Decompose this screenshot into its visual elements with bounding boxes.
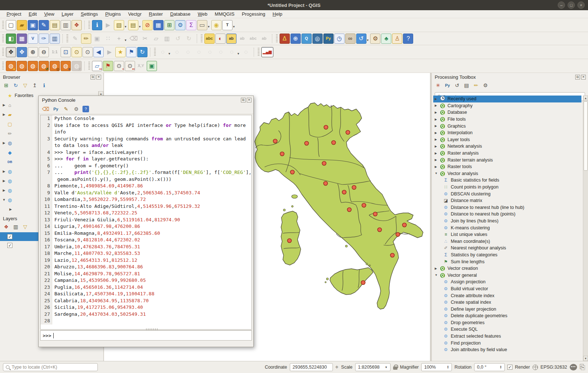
mmqgis-export-icon[interactable]: ◍↑ — [28, 61, 38, 71]
menu-plugins[interactable]: Plugins — [101, 11, 124, 18]
chevron-right-icon[interactable]: ▶ — [1, 103, 7, 107]
new-project-icon[interactable]: ▢ — [6, 20, 16, 30]
chevron-right-icon[interactable]: ▶ — [1, 179, 7, 183]
toolbox-group-graphics[interactable]: ▶QGraphics — [433, 123, 581, 129]
filter-browser-icon[interactable]: ▽ — [21, 81, 29, 89]
options-icon[interactable]: ⚙ — [481, 81, 489, 89]
toolbox-alg-distance-to-nearest-hub-line-to-hub-[interactable]: ⚙Distance to nearest hub (line to hub) — [433, 204, 581, 211]
scroll-up-icon[interactable]: ▲ — [583, 96, 588, 101]
minimize-button[interactable]: – — [558, 1, 565, 9]
python-scripts-icon[interactable]: Py — [443, 81, 451, 89]
toolbox-alg-k-means-clustering[interactable]: ⚙K-means clustering — [433, 224, 581, 231]
add-wms-layer-icon[interactable]: ⊕ — [291, 34, 301, 44]
show-editor-icon[interactable]: ✎ — [62, 105, 70, 113]
mmqgis-merge-icon[interactable]: ◍◍ — [50, 61, 60, 71]
raster-histogram-icon[interactable]: ▂▄▆ — [261, 47, 273, 57]
zoom-last-icon[interactable]: ◀ — [93, 47, 104, 57]
layer-diagram-icon[interactable]: ◐ — [215, 34, 226, 44]
close-button[interactable]: × — [577, 1, 585, 9]
chevron-right-icon[interactable]: ▶ — [435, 152, 439, 155]
open-project-icon[interactable]: ▰ — [17, 20, 27, 30]
dropdown-caret-icon[interactable]: ▼ — [232, 25, 235, 28]
toolbox-alg-statistics-by-categories[interactable]: ΣStatistics by categories — [433, 252, 581, 259]
menu-processing[interactable]: Processing — [238, 11, 269, 18]
chevron-down-icon[interactable]: ▼ — [435, 273, 439, 277]
toolbox-alg-count-points-in-polygon[interactable]: ∷Count points in polygon — [433, 184, 581, 191]
toolbar-grip[interactable] — [2, 21, 4, 30]
add-raster-layer-icon[interactable]: ▦ — [17, 34, 27, 44]
chevron-right-icon[interactable]: ▶ — [435, 111, 439, 114]
toolbox-alg-find-projection[interactable]: ⚙Find projection — [433, 339, 581, 346]
magnifier-spinner[interactable]: 100%▲▼ — [421, 363, 452, 371]
toolbox-alg-drop-geometries[interactable]: ⚙Drop geometries — [433, 319, 581, 326]
toolbox-scrollbar[interactable]: ▲ ▼ — [583, 96, 588, 361]
copy-coordinates-tool-icon[interactable]: ▱•• — [92, 61, 102, 71]
pan-to-selection-icon[interactable]: ✥ — [17, 47, 27, 57]
results-viewer-icon[interactable]: ▤ — [462, 81, 470, 89]
mmqgis-attribute-icon[interactable]: ◍≡ — [61, 61, 71, 71]
toolbox-alg-list-unique-values[interactable]: ≡List unique values — [433, 231, 581, 238]
map-pin-tool-icon[interactable]: ⚑ — [103, 61, 113, 71]
toolbox-alg-extract-selected-features[interactable]: ⚙Extract selected features — [433, 333, 581, 340]
close-panel-icon[interactable]: ✕ — [96, 75, 101, 79]
toolbox-alg-basic-statistics-for-fields[interactable]: ΣBasic statistics for fields — [433, 177, 581, 184]
toolbox-alg-create-attribute-index[interactable]: ⚙Create attribute index — [433, 292, 581, 299]
toolbar-grip[interactable] — [66, 34, 68, 43]
chevron-right-icon[interactable]: ▶ — [435, 165, 439, 168]
add-selected-layer-icon[interactable]: ⊞ — [2, 81, 10, 89]
chevron-right-icon[interactable]: ▶ — [435, 124, 439, 128]
layer-checkbox[interactable]: ✓ — [7, 243, 12, 248]
toolbar-grip[interactable] — [258, 48, 260, 57]
chevron-right-icon[interactable]: ▶ — [1, 141, 7, 145]
menu-layer[interactable]: Layer — [58, 11, 77, 18]
toolbox-alg-execute-sql[interactable]: ⚙Execute SQL — [433, 326, 581, 333]
toolbox-group-raster-analysis[interactable]: ▶QRaster analysis — [433, 150, 581, 157]
layer-labeling-icon[interactable]: abc — [204, 34, 215, 44]
locator-input[interactable]: Type to locate (Ctrl+K) — [3, 363, 98, 371]
console-help-icon[interactable]: ? — [82, 106, 89, 112]
toolbox-group-cartography[interactable]: ▶QCartography — [433, 102, 581, 109]
browser-properties-icon[interactable]: ℹ — [40, 81, 48, 89]
close-panel-icon[interactable]: ✕ — [247, 98, 251, 102]
chevron-down-icon[interactable]: ▼ — [435, 172, 439, 175]
chevron-right-icon[interactable]: ▶ — [1, 170, 7, 173]
zoom-full-extent-icon[interactable]: ⊡ — [61, 47, 71, 57]
run-command-icon[interactable]: Py — [52, 105, 60, 113]
toolbox-alg-build-virtual-vector[interactable]: ⚙Build virtual vector — [433, 285, 581, 292]
mmqgis-import-icon[interactable]: ◍↓ — [17, 61, 27, 71]
filter-legend-icon[interactable]: ▽ — [21, 223, 29, 231]
toolbox-group-vector-analysis[interactable]: ▼QVector analysis — [433, 170, 581, 177]
chevron-right-icon[interactable]: ▶ — [1, 189, 7, 192]
menu-help[interactable]: Help — [269, 11, 286, 18]
crs-value[interactable]: EPSG:32632 — [541, 365, 567, 370]
label-highlight-pinned-icon[interactable]: ab — [226, 34, 237, 44]
pan-map-icon[interactable]: ✥ — [6, 47, 16, 57]
toolbar-grip[interactable] — [2, 62, 4, 70]
float-panel-icon[interactable]: ⧉ — [241, 98, 246, 102]
dropdown-caret-icon[interactable]: ▼ — [124, 39, 127, 42]
toolbar-grip[interactable] — [2, 48, 4, 57]
toolbox-group-vector-general[interactable]: ▼QVector general — [433, 272, 581, 279]
new-print-layout-icon[interactable]: ▤ — [50, 20, 60, 30]
add-spatialite-layer-icon[interactable]: ▥ — [50, 34, 60, 44]
menu-mmqgis[interactable]: MMQGIS — [211, 11, 238, 18]
open-layer-styling-icon[interactable]: ❖ — [2, 223, 10, 231]
toolbox-alg-define-layer-projection[interactable]: ⚙Define layer projection — [433, 306, 581, 312]
identify-features-icon[interactable]: ℹ — [92, 20, 102, 30]
measure-line-icon[interactable]: ▭ — [197, 20, 207, 30]
show-sum-icon[interactable]: Σ — [186, 20, 196, 30]
zoom-to-layer-icon[interactable]: ⊙ — [82, 47, 93, 57]
render-checkbox[interactable]: ✓ — [507, 365, 512, 370]
add-vector-layer-icon[interactable]: ◧ — [6, 34, 16, 44]
toolbox-group-vector-creation[interactable]: ▶QVector creation — [433, 265, 581, 272]
history-icon[interactable]: ↺ — [453, 81, 461, 89]
menu-view[interactable]: View — [41, 11, 58, 18]
zoom-out-icon[interactable]: ⊖ — [39, 47, 49, 57]
menu-edit[interactable]: Edit — [25, 11, 40, 18]
toolbox-alg-mean-coordinate-s-[interactable]: ∴Mean coordinate(s) — [433, 238, 581, 245]
dropdown-caret-icon[interactable]: ▼ — [366, 39, 369, 42]
toolbox-group-layer-tools[interactable]: ▶QLayer tools — [433, 136, 581, 143]
menu-raster[interactable]: Raster — [145, 11, 166, 18]
statistical-summary-icon[interactable]: ⊞ — [164, 20, 174, 30]
lock-scale-icon[interactable] — [393, 366, 397, 370]
